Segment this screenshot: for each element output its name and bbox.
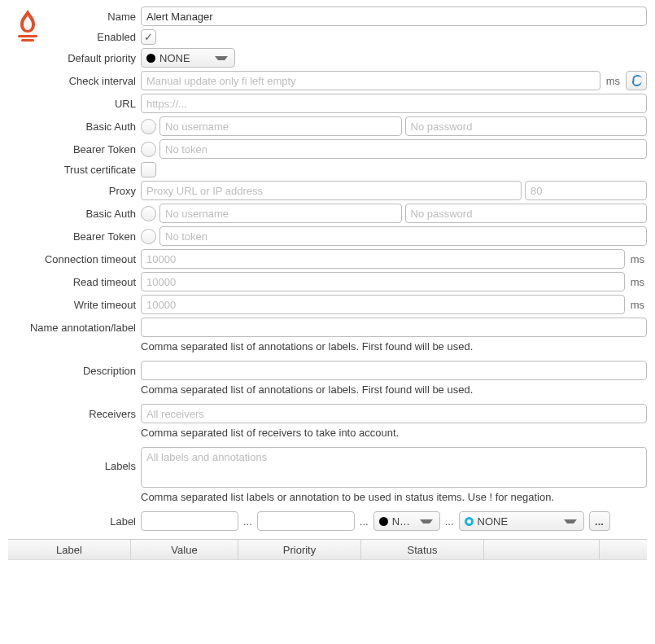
labels-help: Comma separated list labels or annotatio…	[141, 491, 647, 503]
conn-timeout-input[interactable]	[141, 249, 625, 269]
trust-cert-label: Trust certificate	[8, 164, 141, 176]
bearer-token-input[interactable]	[159, 139, 647, 159]
write-timeout-unit: ms	[628, 299, 647, 311]
basic-auth-toggle[interactable]	[141, 119, 156, 134]
proxy-bearer-input[interactable]	[159, 226, 647, 246]
col-empty1	[484, 540, 600, 559]
write-timeout-label: Write timeout	[8, 299, 141, 311]
proxy-label: Proxy	[8, 185, 141, 197]
read-timeout-input[interactable]	[141, 272, 625, 291]
svg-rect-0	[18, 35, 37, 37]
status-dot-icon	[465, 517, 474, 526]
checkmark-icon: ✓	[144, 31, 153, 43]
proxy-port-input[interactable]	[525, 181, 647, 200]
proxy-basic-auth-password-input[interactable]	[405, 204, 648, 223]
filters-table-header: Label Value Priority Status	[8, 539, 647, 560]
description-label: Description	[8, 365, 141, 377]
priority-dot-icon	[379, 517, 388, 526]
bearer-token-label: Bearer Token	[8, 143, 141, 156]
conn-timeout-label: Connection timeout	[8, 253, 141, 265]
brand-logo	[13, 8, 42, 44]
basic-auth-password-input[interactable]	[405, 116, 648, 136]
chevron-down-icon	[420, 519, 433, 524]
description-help: Comma separated list of annotations or l…	[141, 383, 647, 396]
label-filter-key-input[interactable]	[141, 511, 238, 531]
col-priority[interactable]: Priority	[238, 540, 361, 559]
default-priority-label: Default priority	[8, 52, 141, 64]
col-empty2	[600, 540, 647, 559]
ellipsis-icon: ...	[595, 515, 604, 528]
read-timeout-unit: ms	[628, 276, 647, 288]
chevron-down-icon	[564, 519, 577, 524]
proxy-bearer-label: Bearer Token	[8, 230, 141, 243]
trust-cert-checkbox[interactable]	[141, 162, 156, 177]
priority-dot-icon	[146, 54, 155, 63]
name-input[interactable]	[141, 7, 647, 26]
proxy-basic-auth-toggle[interactable]	[141, 206, 156, 221]
labels-label: Labels	[8, 447, 141, 472]
name-annotation-help: Comma separated list of annotations or l…	[141, 340, 647, 353]
proxy-bearer-toggle[interactable]	[141, 229, 156, 244]
col-status[interactable]: Status	[361, 540, 484, 559]
label-filter-priority-select[interactable]: N…	[373, 511, 440, 531]
basic-auth-label: Basic Auth	[8, 120, 141, 133]
refresh-button[interactable]	[626, 71, 647, 90]
proxy-basic-auth-username-input[interactable]	[159, 204, 402, 223]
label-filter-sep2: ...	[360, 515, 369, 528]
conn-timeout-unit: ms	[628, 253, 647, 265]
basic-auth-username-input[interactable]	[159, 116, 402, 136]
bearer-token-toggle[interactable]	[141, 142, 156, 157]
refresh-icon	[631, 75, 642, 86]
svg-rect-1	[21, 39, 34, 42]
url-input[interactable]	[141, 94, 647, 113]
proxy-url-input[interactable]	[141, 181, 522, 200]
proxy-basic-auth-label: Basic Auth	[8, 208, 141, 220]
label-filter-sep1: ...	[243, 515, 252, 528]
receivers-input[interactable]	[141, 404, 647, 423]
label-filter-value-input[interactable]	[257, 511, 355, 531]
label-filter-label: Label	[8, 515, 141, 528]
enabled-checkbox[interactable]: ✓	[141, 29, 156, 45]
check-interval-label: Check interval	[8, 75, 141, 87]
receivers-label: Receivers	[8, 408, 141, 420]
description-input[interactable]	[141, 361, 647, 380]
col-label[interactable]: Label	[8, 540, 131, 559]
check-interval-input[interactable]	[141, 71, 600, 90]
labels-input[interactable]	[141, 447, 647, 488]
read-timeout-label: Read timeout	[8, 276, 141, 288]
col-value[interactable]: Value	[131, 540, 238, 559]
check-interval-unit: ms	[604, 75, 622, 87]
chevron-down-icon	[215, 56, 228, 60]
label-filter-sep3: ...	[445, 515, 454, 528]
default-priority-select[interactable]: NONE	[141, 48, 235, 68]
label-filter-status-select[interactable]: NONE	[459, 511, 584, 531]
receivers-help: Comma separated list of receivers to tak…	[141, 427, 647, 439]
url-label: URL	[8, 98, 141, 110]
write-timeout-input[interactable]	[141, 295, 625, 314]
label-filter-more-button[interactable]: ...	[589, 511, 610, 531]
name-annotation-input[interactable]	[141, 318, 647, 337]
name-annotation-label: Name annotation/label	[8, 322, 141, 334]
